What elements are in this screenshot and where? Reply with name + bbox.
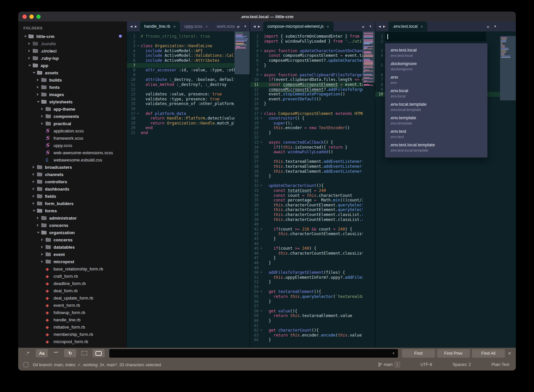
- fold-arrow-icon[interactable]: ▼: [135, 44, 141, 49]
- tab-forward-icon[interactable]: ▶: [383, 25, 385, 28]
- close-tab-icon[interactable]: ×: [173, 24, 176, 29]
- tree-item-forms[interactable]: forms: [18, 207, 126, 214]
- tree-item-event[interactable]: event: [18, 251, 126, 258]
- tab-menu-icon[interactable]: ▼: [369, 25, 372, 28]
- minimap-viewport[interactable]: [500, 36, 516, 100]
- tree-item-followup_form.rb[interactable]: ◆followup_form.rb: [18, 309, 126, 316]
- tab-.env.test.local[interactable]: .env.test.local×: [388, 21, 427, 31]
- find-toggle-case-sensitive[interactable]: Aa: [36, 349, 48, 357]
- tree-item-membership_form.rb[interactable]: ◆membership_form.rb: [18, 331, 126, 338]
- tree-item-uppy.scss[interactable]: Suppy.scss: [18, 142, 126, 149]
- chevron-right-icon[interactable]: [37, 93, 41, 96]
- autocomplete-item-.env.local.template[interactable]: .env.local.template.env.local.template: [385, 100, 487, 114]
- autocomplete-item-.env.test.local[interactable]: .env.test.local.env.test.local: [385, 46, 487, 59]
- close-tab-icon[interactable]: ×: [420, 24, 423, 29]
- code-editor-1[interactable]: 1# frozen_string_literal: true23▼class O…: [127, 31, 250, 348]
- tree-item-.circleci[interactable]: .circleci: [18, 47, 126, 54]
- chevron-right-icon[interactable]: [28, 42, 33, 45]
- tab-back-icon[interactable]: ◀: [130, 25, 132, 28]
- chevron-down-icon[interactable]: [37, 101, 41, 103]
- find-toggle-wrap[interactable]: ↻: [64, 349, 76, 357]
- chevron-right-icon[interactable]: [33, 173, 37, 176]
- encoding-indicator[interactable]: UTF-8: [420, 362, 432, 367]
- new-tab-icon[interactable]: +: [362, 24, 365, 29]
- find-button[interactable]: Find: [402, 349, 435, 358]
- tree-item-.ruby-lsp[interactable]: .ruby-lsp: [18, 54, 126, 62]
- minimize-window-icon[interactable]: [29, 15, 34, 19]
- chevron-right-icon[interactable]: [33, 195, 37, 197]
- tree-item-application.scss[interactable]: Sapplication.scss: [18, 127, 126, 134]
- chevron-right-icon[interactable]: [41, 122, 46, 125]
- minimap[interactable]: [234, 31, 250, 348]
- chevron-right-icon[interactable]: [33, 202, 37, 205]
- fold-arrow-icon[interactable]: ▼: [259, 116, 264, 121]
- tree-item-fields[interactable]: fields: [18, 193, 126, 200]
- title-bar[interactable]: .env.test.local — little-crm: [18, 12, 516, 21]
- tree-item-controllers[interactable]: controllers: [18, 178, 126, 185]
- chevron-right-icon[interactable]: [41, 238, 46, 241]
- fold-arrow-icon[interactable]: ▼: [259, 111, 264, 116]
- fold-arrow-icon[interactable]: ▼: [259, 227, 264, 232]
- chevron-down-icon[interactable]: [33, 72, 37, 74]
- chevron-right-icon[interactable]: [33, 166, 37, 168]
- find-toggle-in-selection[interactable]: [78, 349, 90, 357]
- find-toggle-regex[interactable]: .*: [21, 349, 34, 357]
- tab-back-icon[interactable]: ◀: [253, 25, 256, 28]
- tree-item-webawesome.esbuild.css[interactable]: Ξwebawesome.esbuild.css: [18, 156, 126, 163]
- fold-arrow-icon[interactable]: ▼: [259, 73, 264, 78]
- fold-arrow-icon[interactable]: ▼: [135, 111, 141, 116]
- tree-item-base_relationship_form.rb[interactable]: ◆base_relationship_form.rb: [18, 265, 126, 272]
- git-branch-indicator[interactable]: main 2: [378, 362, 400, 367]
- find-toggle-whole-word[interactable]: “”: [50, 349, 62, 357]
- close-tab-icon[interactable]: ×: [327, 24, 329, 29]
- tree-item-app[interactable]: app: [18, 62, 126, 69]
- new-tab-icon[interactable]: +: [236, 24, 239, 29]
- fold-arrow-icon[interactable]: ▼: [259, 246, 264, 251]
- tree-item-practical[interactable]: practical: [18, 120, 126, 127]
- chevron-down-icon[interactable]: [24, 36, 28, 37]
- chevron-right-icon[interactable]: [37, 217, 41, 219]
- fold-arrow-icon[interactable]: ▼: [259, 289, 264, 294]
- tab-menu-icon[interactable]: ▼: [494, 25, 497, 28]
- minimap-viewport[interactable]: [363, 31, 375, 83]
- vcs-status-icon[interactable]: [23, 362, 28, 367]
- zoom-window-icon[interactable]: [36, 15, 41, 19]
- chevron-down-icon[interactable]: [28, 65, 33, 66]
- chevron-right-icon[interactable]: [41, 246, 46, 248]
- tree-item-organization[interactable]: organization: [18, 229, 126, 236]
- close-window-icon[interactable]: [22, 15, 27, 19]
- tree-item-initiative_form.rb[interactable]: ◆initiative_form.rb: [18, 323, 126, 331]
- tree-item-event_form.rb[interactable]: ◆event_form.rb: [18, 302, 126, 309]
- chevron-right-icon[interactable]: [33, 188, 37, 190]
- tab-forward-icon[interactable]: ▶: [135, 25, 137, 28]
- minimap[interactable]: [363, 31, 375, 348]
- fold-arrow-icon[interactable]: ▼: [259, 270, 264, 275]
- chevron-down-icon[interactable]: [37, 232, 41, 233]
- autocomplete-item-.env[interactable]: .env.env: [385, 73, 487, 87]
- tree-item-deal_form.rb[interactable]: ◆deal_form.rb: [18, 287, 126, 294]
- chevron-right-icon[interactable]: [41, 260, 46, 263]
- indentation-indicator[interactable]: Spaces: 2: [452, 362, 471, 367]
- tree-item-datatables[interactable]: datatables: [18, 243, 126, 251]
- code-editor-2[interactable]: 1import { submitFormOnCommandEnter } fro…: [250, 31, 375, 348]
- find-toggle-highlight-matches[interactable]: [92, 349, 105, 357]
- chevron-right-icon[interactable]: [37, 224, 41, 227]
- editing-line-field[interactable]: [385, 32, 486, 41]
- chevron-right-icon[interactable]: [41, 108, 46, 110]
- tree-item-concerns[interactable]: concerns: [18, 236, 126, 243]
- fold-arrow-icon[interactable]: ▼: [259, 183, 264, 188]
- tree-item-micropost[interactable]: micropost: [18, 258, 126, 265]
- tree-item-deadline_form.rb[interactable]: ◆deadline_form.rb: [18, 280, 126, 287]
- tree-item-app-theme[interactable]: app-theme: [18, 105, 126, 113]
- tree-item-images[interactable]: images: [18, 91, 126, 98]
- chevron-right-icon[interactable]: [37, 86, 41, 89]
- tree-item-craft_form.rb[interactable]: ◆craft_form.rb: [18, 272, 126, 280]
- tree-item-.bundle[interactable]: .bundle: [18, 40, 126, 47]
- tree-item-dashboards[interactable]: dashboards: [18, 185, 126, 193]
- autocomplete-item-.env.local[interactable]: .env.local.env.local: [385, 87, 487, 100]
- autocomplete-item-.dockerignore[interactable]: .dockerignore.dockerignore: [385, 59, 487, 73]
- tree-item-deal_update_form.rb[interactable]: ◆deal_update_form.rb: [18, 294, 126, 302]
- chevron-right-icon[interactable]: [41, 253, 46, 256]
- tree-item-fonts[interactable]: fonts: [18, 84, 126, 91]
- autocomplete-item-.env.test[interactable]: .env.test.env.test: [385, 127, 487, 141]
